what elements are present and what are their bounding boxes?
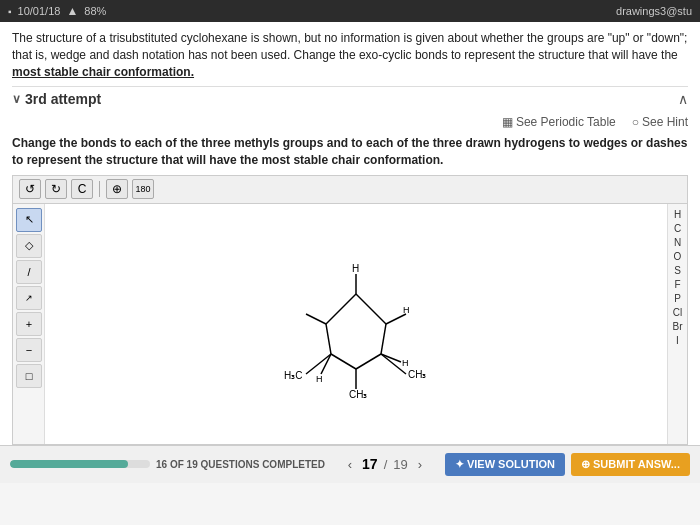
drawing-area: ↺ ↻ C ⊕ 180 ↖ ◇ / ↗ + − □ H C N O S F P …	[12, 175, 688, 445]
top-bar-left: ▪ 10/01/18 ▲ 88%	[8, 4, 106, 18]
progress-label: 16 OF 19 QUESTIONS COMPLETED	[156, 459, 325, 470]
attempt-header: ∨ 3rd attempt ∧	[12, 86, 688, 111]
arrow-up-icon[interactable]: ∧	[678, 91, 688, 107]
element-F[interactable]: F	[670, 278, 685, 291]
submit-answer-button[interactable]: ⊕ SUBMIT ANSW...	[571, 453, 690, 476]
svg-line-1	[326, 294, 356, 324]
chain-tool-button[interactable]: ↗	[16, 286, 42, 310]
progress-section: 16 OF 19 QUESTIONS COMPLETED	[10, 459, 325, 470]
select-tool-button[interactable]: ↖	[16, 208, 42, 232]
molecule-svg: H CH₃ H H₃C H CH₃	[206, 224, 506, 424]
svg-text:H: H	[403, 305, 410, 315]
svg-text:H: H	[402, 358, 409, 368]
instruction-text: Change the bonds to each of the three me…	[12, 135, 688, 169]
svg-line-2	[381, 324, 386, 354]
minus-tool-button[interactable]: −	[16, 338, 42, 362]
svg-line-4	[331, 354, 356, 369]
element-N[interactable]: N	[670, 236, 685, 249]
main-content: The structure of a trisubstituted cycloh…	[0, 22, 700, 445]
see-hint-link[interactable]: ○ See Hint	[632, 115, 688, 129]
element-Br[interactable]: Br	[670, 320, 685, 333]
date-label: 10/01/18	[18, 5, 61, 17]
chevron-down-icon[interactable]: ∨	[12, 92, 21, 106]
undo-button[interactable]: ↺	[19, 179, 41, 199]
svg-line-12	[306, 354, 331, 374]
question-underlined: most stable chair conformation.	[12, 65, 194, 79]
action-buttons: ✦ VIEW SOLUTION ⊕ SUBMIT ANSW...	[445, 453, 690, 476]
question-text: The structure of a trisubstituted cycloh…	[12, 30, 688, 80]
prev-question-button[interactable]: ‹	[344, 455, 356, 474]
progress-bar-background	[10, 460, 150, 468]
svg-line-20	[306, 314, 326, 324]
element-P[interactable]: P	[670, 292, 685, 305]
grid-button[interactable]: 180	[132, 179, 154, 199]
add-tool-button[interactable]: +	[16, 312, 42, 336]
signal-icon: ▲	[66, 4, 78, 18]
svg-text:CH₃: CH₃	[408, 369, 426, 380]
current-question: 17	[362, 456, 378, 472]
element-S[interactable]: S	[670, 264, 685, 277]
toolbar-separator	[99, 181, 100, 197]
periodic-table-link[interactable]: ▦ See Periodic Table	[502, 115, 616, 129]
molecule-display: H CH₃ H H₃C H CH₃	[45, 204, 667, 444]
drawing-toolbar: ↺ ↻ C ⊕ 180	[13, 176, 687, 204]
svg-text:H: H	[316, 374, 323, 384]
question-body: The structure of a trisubstituted cycloh…	[12, 31, 687, 62]
nav-slash: /	[384, 457, 388, 472]
view-solution-button[interactable]: ✦ VIEW SOLUTION	[445, 453, 565, 476]
navigation-section: ‹ 17 / 19 ›	[344, 455, 426, 474]
erase-tool-button[interactable]: ◇	[16, 234, 42, 258]
element-H[interactable]: H	[670, 208, 685, 221]
periodic-table-icon: ▦	[502, 115, 513, 129]
periodic-table-label: See Periodic Table	[516, 115, 616, 129]
clear-button[interactable]: C	[71, 179, 93, 199]
svg-text:H₃C: H₃C	[284, 370, 302, 381]
zoom-button[interactable]: ⊕	[106, 179, 128, 199]
battery-percent: 88%	[84, 5, 106, 17]
progress-bar-fill	[10, 460, 128, 468]
svg-line-14	[321, 354, 331, 374]
attempt-text: 3rd attempt	[25, 91, 101, 107]
svg-line-18	[386, 314, 406, 324]
svg-text:CH₃: CH₃	[349, 389, 367, 400]
hint-label: See Hint	[642, 115, 688, 129]
bottom-bar: 16 OF 19 QUESTIONS COMPLETED ‹ 17 / 19 ›…	[0, 445, 700, 483]
element-Cl[interactable]: Cl	[670, 306, 685, 319]
bond-tool-button[interactable]: /	[16, 260, 42, 284]
element-O[interactable]: O	[670, 250, 685, 263]
element-C[interactable]: C	[670, 222, 685, 235]
hint-icon: ○	[632, 115, 639, 129]
next-question-button[interactable]: ›	[414, 455, 426, 474]
redo-button[interactable]: ↻	[45, 179, 67, 199]
svg-line-0	[356, 294, 386, 324]
canvas-area[interactable]: H CH₃ H H₃C H CH₃	[45, 204, 667, 444]
svg-line-3	[356, 354, 381, 369]
element-I[interactable]: I	[670, 334, 685, 347]
rect-tool-button[interactable]: □	[16, 364, 42, 388]
attempt-label: ∨ 3rd attempt	[12, 91, 101, 107]
hint-row: ▦ See Periodic Table ○ See Hint	[12, 115, 688, 129]
top-bar: ▪ 10/01/18 ▲ 88% drawings3@stu	[0, 0, 700, 22]
site-label: drawings3@stu	[616, 5, 692, 17]
svg-line-5	[326, 324, 331, 354]
battery-icon: ▪	[8, 6, 12, 17]
left-tools: ↖ ◇ / ↗ + − □	[13, 204, 45, 444]
svg-text:H: H	[352, 263, 359, 274]
total-questions: 19	[393, 457, 407, 472]
svg-line-10	[381, 354, 401, 362]
element-sidebar: H C N O S F P Cl Br I	[667, 204, 687, 444]
